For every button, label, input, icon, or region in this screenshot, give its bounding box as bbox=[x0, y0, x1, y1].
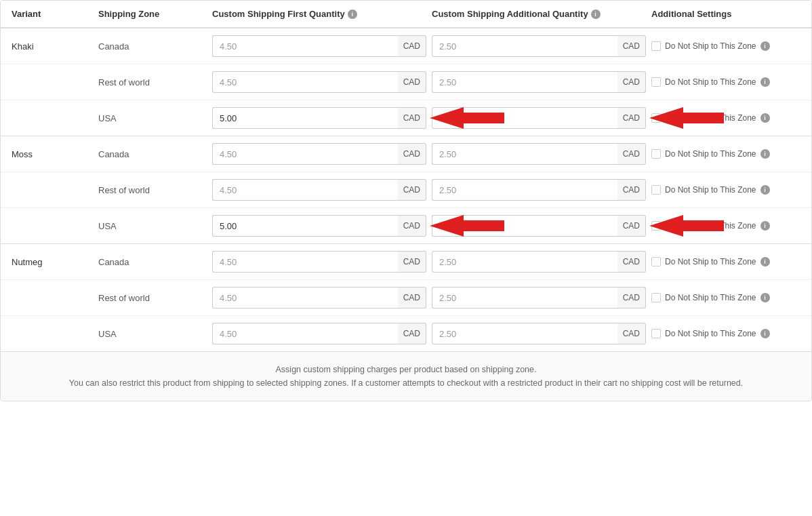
add-qty-input[interactable] bbox=[432, 71, 617, 93]
add-qty-input[interactable] bbox=[432, 287, 617, 309]
add-qty-cell: CAD bbox=[432, 179, 646, 201]
do-not-ship-info-icon[interactable]: i bbox=[760, 221, 770, 231]
do-not-ship-label: Do Not Ship to This Zone bbox=[665, 77, 756, 87]
table-body: KhakiCanadaCADCADDo Not Ship to This Zon… bbox=[1, 28, 811, 351]
footer-note: Assign custom shipping charges per produ… bbox=[1, 351, 811, 401]
first-qty-cell: CAD bbox=[212, 215, 426, 237]
do-not-ship-checkbox[interactable] bbox=[651, 185, 661, 195]
add-qty-input[interactable] bbox=[432, 215, 617, 237]
add-qty-input[interactable] bbox=[432, 143, 617, 165]
table-row: USACADCADDo Not Ship to This Zonei bbox=[1, 100, 811, 136]
table-row: KhakiCanadaCADCADDo Not Ship to This Zon… bbox=[1, 28, 811, 64]
add-qty-info-icon[interactable]: i bbox=[591, 9, 601, 19]
add-qty-cell: CAD bbox=[432, 323, 646, 344]
do-not-ship-info-icon[interactable]: i bbox=[760, 77, 770, 87]
first-qty-input[interactable] bbox=[212, 323, 398, 344]
add-qty-currency: CAD bbox=[617, 35, 646, 57]
first-qty-cell: CAD bbox=[212, 251, 426, 273]
zone-name: Canada bbox=[98, 149, 207, 159]
do-not-ship-label: Do Not Ship to This Zone bbox=[665, 329, 756, 338]
do-not-ship-checkbox[interactable] bbox=[651, 221, 661, 231]
zone-name: Rest of world bbox=[98, 185, 207, 195]
do-not-ship-info-icon[interactable]: i bbox=[760, 185, 770, 195]
do-not-ship-label: Do Not Ship to This Zone bbox=[665, 113, 756, 123]
first-qty-input[interactable] bbox=[212, 71, 398, 93]
table-row: Rest of worldCADCADDo Not Ship to This Z… bbox=[1, 64, 811, 100]
zone-name: Rest of world bbox=[98, 293, 207, 303]
table-row: USACADCADDo Not Ship to This Zonei bbox=[1, 208, 811, 243]
variant-name: Nutmeg bbox=[12, 257, 93, 267]
do-not-ship-info-icon[interactable]: i bbox=[760, 113, 770, 123]
variant-group-moss: MossCanadaCADCADDo Not Ship to This Zone… bbox=[1, 136, 811, 244]
table-row: USACADCADDo Not Ship to This Zonei bbox=[1, 316, 811, 351]
zone-name: Rest of world bbox=[98, 77, 207, 87]
do-not-ship-info-icon[interactable]: i bbox=[760, 293, 770, 302]
add-qty-currency: CAD bbox=[617, 71, 646, 93]
additional-settings-cell: Do Not Ship to This Zonei bbox=[651, 329, 800, 338]
zone-name: Canada bbox=[98, 41, 207, 52]
first-qty-input[interactable] bbox=[212, 251, 398, 273]
header-first-qty: Custom Shipping First Quantity i bbox=[212, 9, 426, 19]
additional-settings-cell: Do Not Ship to This Zonei bbox=[651, 149, 800, 159]
add-qty-input[interactable] bbox=[432, 35, 617, 57]
do-not-ship-checkbox[interactable] bbox=[651, 293, 661, 302]
add-qty-input[interactable] bbox=[432, 251, 617, 273]
do-not-ship-info-icon[interactable]: i bbox=[760, 41, 770, 51]
header-add-qty: Custom Shipping Additional Quantity i bbox=[432, 9, 646, 19]
first-qty-info-icon[interactable]: i bbox=[348, 9, 357, 19]
add-qty-currency: CAD bbox=[617, 251, 646, 273]
first-qty-currency: CAD bbox=[398, 323, 426, 344]
do-not-ship-info-icon[interactable]: i bbox=[760, 257, 770, 266]
add-qty-currency: CAD bbox=[617, 287, 646, 309]
do-not-ship-checkbox[interactable] bbox=[651, 113, 661, 123]
first-qty-input[interactable] bbox=[212, 179, 398, 201]
add-qty-currency: CAD bbox=[617, 215, 646, 237]
add-qty-cell: CAD bbox=[432, 143, 646, 165]
do-not-ship-label: Do Not Ship to This Zone bbox=[665, 257, 756, 266]
do-not-ship-checkbox[interactable] bbox=[651, 149, 661, 159]
do-not-ship-info-icon[interactable]: i bbox=[760, 149, 770, 159]
add-qty-cell: CAD bbox=[432, 251, 646, 273]
first-qty-currency: CAD bbox=[398, 251, 426, 273]
first-qty-input[interactable] bbox=[212, 143, 398, 165]
variant-name: Khaki bbox=[12, 41, 93, 52]
do-not-ship-checkbox[interactable] bbox=[651, 329, 661, 338]
first-qty-input[interactable] bbox=[212, 287, 398, 309]
table-row: Rest of worldCADCADDo Not Ship to This Z… bbox=[1, 172, 811, 208]
first-qty-cell: CAD bbox=[212, 179, 426, 201]
additional-settings-cell: Do Not Ship to This Zonei bbox=[651, 293, 800, 302]
first-qty-cell: CAD bbox=[212, 323, 426, 344]
first-qty-currency: CAD bbox=[398, 35, 426, 57]
table-row: NutmegCanadaCADCADDo Not Ship to This Zo… bbox=[1, 244, 811, 280]
first-qty-currency: CAD bbox=[398, 287, 426, 309]
additional-settings-cell: Do Not Ship to This Zonei bbox=[651, 257, 800, 266]
additional-settings-cell: Do Not Ship to This Zonei bbox=[651, 185, 800, 195]
first-qty-currency: CAD bbox=[398, 143, 426, 165]
additional-settings-cell: Do Not Ship to This Zonei bbox=[651, 41, 800, 51]
add-qty-input[interactable] bbox=[432, 179, 617, 201]
add-qty-cell: CAD bbox=[432, 35, 646, 57]
do-not-ship-checkbox[interactable] bbox=[651, 257, 661, 266]
add-qty-input[interactable] bbox=[432, 107, 617, 129]
zone-name: Canada bbox=[98, 257, 207, 267]
first-qty-currency: CAD bbox=[398, 179, 426, 201]
do-not-ship-info-icon[interactable]: i bbox=[760, 329, 770, 338]
header-additional-settings: Additional Settings bbox=[651, 9, 800, 19]
add-qty-currency: CAD bbox=[617, 143, 646, 165]
do-not-ship-checkbox[interactable] bbox=[651, 41, 661, 51]
first-qty-input[interactable] bbox=[212, 215, 398, 237]
first-qty-input[interactable] bbox=[212, 107, 398, 129]
do-not-ship-label: Do Not Ship to This Zone bbox=[665, 149, 756, 159]
table-row: MossCanadaCADCADDo Not Ship to This Zone… bbox=[1, 136, 811, 172]
first-qty-cell: CAD bbox=[212, 143, 426, 165]
additional-settings-cell: Do Not Ship to This Zonei bbox=[651, 77, 800, 87]
zone-name: USA bbox=[98, 329, 207, 339]
add-qty-input[interactable] bbox=[432, 323, 617, 344]
add-qty-currency: CAD bbox=[617, 179, 646, 201]
first-qty-input[interactable] bbox=[212, 35, 398, 57]
first-qty-cell: CAD bbox=[212, 287, 426, 309]
additional-settings-cell: Do Not Ship to This Zonei bbox=[651, 113, 800, 123]
do-not-ship-checkbox[interactable] bbox=[651, 77, 661, 87]
variant-group-khaki: KhakiCanadaCADCADDo Not Ship to This Zon… bbox=[1, 28, 811, 136]
zone-name: USA bbox=[98, 113, 207, 123]
